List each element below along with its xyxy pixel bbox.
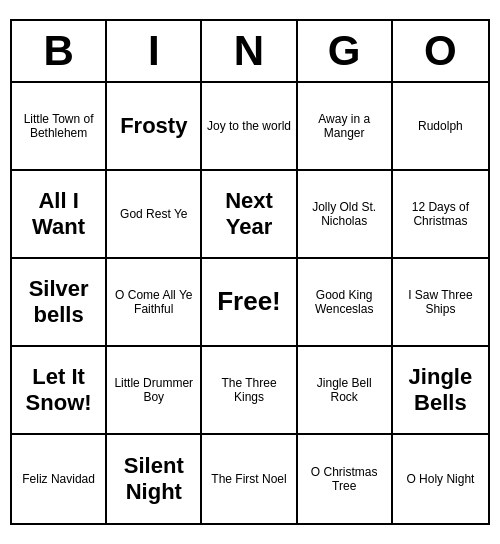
bingo-cell-16[interactable]: Little Drummer Boy: [107, 347, 202, 435]
bingo-cell-4[interactable]: Rudolph: [393, 83, 488, 171]
bingo-cell-17[interactable]: The Three Kings: [202, 347, 297, 435]
bingo-grid: Little Town of BethlehemFrostyJoy to the…: [12, 83, 488, 523]
bingo-cell-10[interactable]: Silver bells: [12, 259, 107, 347]
header-letter-b: B: [12, 21, 107, 81]
header-letter-g: G: [298, 21, 393, 81]
bingo-header: BINGO: [12, 21, 488, 83]
bingo-cell-14[interactable]: I Saw Three Ships: [393, 259, 488, 347]
bingo-cell-1[interactable]: Frosty: [107, 83, 202, 171]
bingo-cell-20[interactable]: Feliz Navidad: [12, 435, 107, 523]
bingo-cell-12[interactable]: Free!: [202, 259, 297, 347]
bingo-cell-3[interactable]: Away in a Manger: [298, 83, 393, 171]
header-letter-o: O: [393, 21, 488, 81]
header-letter-i: I: [107, 21, 202, 81]
bingo-cell-0[interactable]: Little Town of Bethlehem: [12, 83, 107, 171]
bingo-cell-23[interactable]: O Christmas Tree: [298, 435, 393, 523]
bingo-cell-24[interactable]: O Holy Night: [393, 435, 488, 523]
header-letter-n: N: [202, 21, 297, 81]
bingo-cell-8[interactable]: Jolly Old St. Nicholas: [298, 171, 393, 259]
bingo-cell-5[interactable]: All I Want: [12, 171, 107, 259]
bingo-cell-13[interactable]: Good King Wenceslas: [298, 259, 393, 347]
bingo-cell-19[interactable]: Jingle Bells: [393, 347, 488, 435]
bingo-card: BINGO Little Town of BethlehemFrostyJoy …: [10, 19, 490, 525]
bingo-cell-22[interactable]: The First Noel: [202, 435, 297, 523]
bingo-cell-15[interactable]: Let It Snow!: [12, 347, 107, 435]
bingo-cell-11[interactable]: O Come All Ye Faithful: [107, 259, 202, 347]
bingo-cell-6[interactable]: God Rest Ye: [107, 171, 202, 259]
bingo-cell-9[interactable]: 12 Days of Christmas: [393, 171, 488, 259]
bingo-cell-2[interactable]: Joy to the world: [202, 83, 297, 171]
bingo-cell-18[interactable]: Jingle Bell Rock: [298, 347, 393, 435]
bingo-cell-21[interactable]: Silent Night: [107, 435, 202, 523]
bingo-cell-7[interactable]: Next Year: [202, 171, 297, 259]
